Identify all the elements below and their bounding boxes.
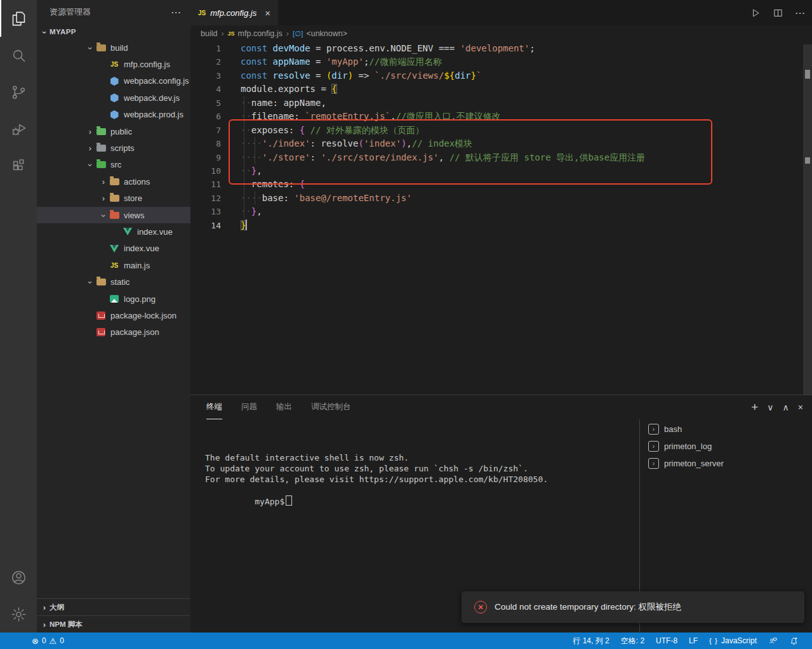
status-label: UTF-8 xyxy=(656,636,677,645)
code-line-6[interactable]: 6··filename: `remoteEntry.js`,//微应用入口,不建… xyxy=(190,110,812,123)
run-icon[interactable] xyxy=(750,8,761,18)
code-line-11[interactable]: 11··remotes: { xyxy=(190,178,812,191)
code-line-8[interactable]: 8····'./index': resolve('index'),// inde… xyxy=(190,137,812,150)
panel-tab-终端[interactable]: 终端 xyxy=(206,395,222,419)
tree-item-label: package.json xyxy=(110,327,159,337)
error-icon: ✕ xyxy=(474,601,487,613)
code-line-13[interactable]: 13··}, xyxy=(190,205,812,218)
code-line-3[interactable]: 3const resolve = (dir) => `./src/views/$… xyxy=(190,69,812,82)
chevron-right-icon: › xyxy=(98,177,109,187)
status-language-mode[interactable]: { }JavaScript xyxy=(703,633,762,649)
activity-explorer[interactable] xyxy=(0,0,37,37)
chevron-right-icon: › xyxy=(39,603,50,612)
webpack-icon xyxy=(109,93,120,103)
status-feedback[interactable] xyxy=(762,633,783,649)
code-line-12[interactable]: 12····base: 'base@/remoteEntry.js' xyxy=(190,192,812,205)
terminal-icon: › xyxy=(648,458,659,469)
folder-scripts-icon xyxy=(95,143,107,154)
breadcrumb-item-1[interactable]: build xyxy=(201,29,217,38)
tree-item-logo.png[interactable]: ›logo.png xyxy=(37,291,190,307)
activity-settings[interactable] xyxy=(0,596,37,633)
tree-item-package.json[interactable]: ›package.json xyxy=(37,324,190,341)
panel-tab-调试控制台[interactable]: 调试控制台 xyxy=(311,395,351,419)
terminal-dropdown-icon[interactable]: ∨ xyxy=(767,402,773,412)
code-line-2[interactable]: 2const appName = 'myApp';//微前端应用名称 xyxy=(190,55,812,69)
section-大纲[interactable]: ›大纲 xyxy=(37,598,190,615)
tree-item-views[interactable]: ›views xyxy=(37,207,190,223)
vue-icon xyxy=(109,244,120,254)
chevron-right-icon: › xyxy=(85,143,95,153)
close-tab-icon[interactable]: × xyxy=(265,8,270,18)
tree-item-label: main.js xyxy=(124,261,150,270)
chevron-down-icon: › xyxy=(86,43,95,53)
status-cursor-position[interactable]: 行 14, 列 2 xyxy=(567,633,615,649)
new-terminal-icon[interactable]: + xyxy=(751,400,758,414)
editor-scrollbar[interactable] xyxy=(803,44,812,395)
tree-item-label: index.vue xyxy=(124,244,159,253)
more-actions-icon[interactable]: ⋯ xyxy=(171,6,182,18)
terminal-entry-primeton_server[interactable]: ›primeton_server xyxy=(648,455,812,472)
split-editor-icon[interactable] xyxy=(773,8,783,18)
activity-extensions[interactable] xyxy=(0,147,37,184)
tree-item-label: mfp.config.js xyxy=(124,60,170,69)
warning-count: 0 xyxy=(60,636,64,645)
panel-tab-问题[interactable]: 问题 xyxy=(241,395,257,419)
close-panel-icon[interactable]: × xyxy=(798,402,803,412)
tree-item-package-lock.json[interactable]: ›package-lock.json xyxy=(37,307,190,324)
line-number: 7 xyxy=(190,124,221,137)
panel-tab-输出[interactable]: 输出 xyxy=(276,395,292,419)
tab-mfp-config-js[interactable]: JS mfp.config.js × xyxy=(190,0,278,25)
status-bell[interactable] xyxy=(783,633,804,649)
tree-item-public[interactable]: ›public xyxy=(37,123,190,140)
breadcrumb-item-3[interactable]: [∅]<unknown> xyxy=(293,29,347,38)
js-icon: JS xyxy=(109,60,120,70)
code-line-14[interactable]: 14} xyxy=(190,219,812,232)
code-line-1[interactable]: 1const devMode = process.env.NODE_ENV ==… xyxy=(190,42,812,55)
sidebar-title: 资源管理器 xyxy=(50,6,91,18)
tree-item-store[interactable]: ›store xyxy=(37,190,190,207)
tree-item-webpack.dev.js[interactable]: ›webpack.dev.js xyxy=(37,89,190,106)
status-bar: ⊗ 0 ⚠ 0 行 14, 列 2空格: 2UTF-8LF{ }JavaScri… xyxy=(0,633,812,649)
code-editor[interactable]: 1const devMode = process.env.NODE_ENV ==… xyxy=(190,42,812,395)
code-line-9[interactable]: 9····'./store': './src/store/index.js', … xyxy=(190,151,812,164)
code-line-7[interactable]: 7··exposes: { // 对外暴露的模块（页面） xyxy=(190,124,812,137)
code-line-5[interactable]: 5··name: appName, xyxy=(190,96,812,110)
error-notification[interactable]: ✕ Could not create temporary directory: … xyxy=(462,591,804,623)
tree-item-static[interactable]: ›static xyxy=(37,273,190,290)
terminal-entry-primeton_log[interactable]: ›primeton_log xyxy=(648,438,812,455)
activity-source-control[interactable] xyxy=(0,74,37,110)
folder-icon xyxy=(109,176,120,187)
braces-icon: { } xyxy=(709,637,718,645)
code-line-10[interactable]: 10··}, xyxy=(190,164,812,178)
breadcrumb-item-2[interactable]: JSmfp.config.js xyxy=(228,29,283,38)
tree-item-scripts[interactable]: ›scripts xyxy=(37,140,190,156)
problems-status[interactable]: ⊗ 0 ⚠ 0 xyxy=(32,633,64,649)
tree-root-myapp[interactable]: › MYAPP xyxy=(37,24,190,39)
code-line-4[interactable]: 4module.exports = { xyxy=(190,82,812,96)
tree-item-index.vue[interactable]: ›index.vue xyxy=(37,223,190,240)
tree-item-index.vue[interactable]: ›index.vue xyxy=(37,240,190,257)
status-indentation[interactable]: 空格: 2 xyxy=(615,633,650,649)
status-encoding[interactable]: UTF-8 xyxy=(650,633,683,649)
code-line-content: } xyxy=(241,219,247,232)
tree-item-src[interactable]: ›src xyxy=(37,157,190,173)
tree-item-mfp.config.js[interactable]: ›JSmfp.config.js xyxy=(37,56,190,72)
status-label: JavaScript xyxy=(721,636,757,645)
tree-item-webpack.config.js[interactable]: ›webpack.config.js xyxy=(37,73,190,89)
status-label: LF xyxy=(689,636,698,645)
more-icon[interactable]: ⋯ xyxy=(795,7,806,19)
line-number: 11 xyxy=(190,178,221,191)
maximize-panel-icon[interactable]: ∧ xyxy=(783,402,789,412)
tree-item-actions[interactable]: ›actions xyxy=(37,173,190,190)
activity-run-debug[interactable] xyxy=(0,110,37,147)
activity-account[interactable] xyxy=(0,559,37,596)
tree-item-main.js[interactable]: ›JSmain.js xyxy=(37,257,190,273)
tree-item-build[interactable]: ›build xyxy=(37,39,190,56)
status-eol[interactable]: LF xyxy=(683,633,703,649)
terminal-entry-bash[interactable]: ›bash xyxy=(648,421,812,438)
activity-search[interactable] xyxy=(0,37,37,74)
code-line-content: module.exports = { xyxy=(241,82,337,96)
tree-item-label: views xyxy=(124,211,145,220)
section-NPM 脚本[interactable]: ›NPM 脚本 xyxy=(37,615,190,633)
tree-item-webpack.prod.js[interactable]: ›webpack.prod.js xyxy=(37,107,190,123)
